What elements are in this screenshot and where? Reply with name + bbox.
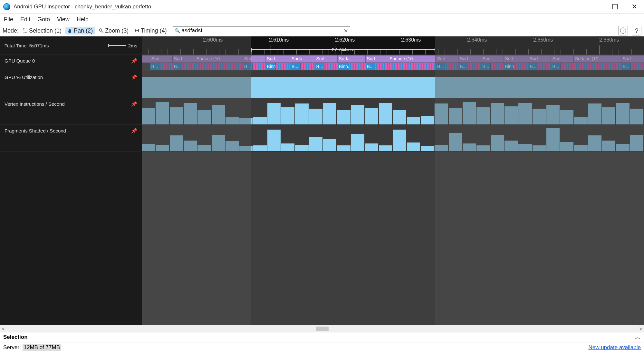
scroll-right-arrow[interactable]: > <box>639 326 642 331</box>
svg-point-1 <box>99 29 102 31</box>
gpu-surface-slice[interactable]: Surf... <box>243 55 265 63</box>
gpu-surface-slice[interactable]: Surf... <box>173 55 195 63</box>
update-available-link[interactable]: New update available <box>588 344 641 351</box>
gpu-render-stripes[interactable] <box>468 63 481 70</box>
gpu-render-stripes[interactable] <box>445 63 458 70</box>
gpu-binning-slice[interactable]: B... <box>551 63 560 70</box>
gpu-binning-slice[interactable]: Binn... <box>265 63 276 70</box>
track-fragments-label: Fragments Shaded / Second <box>5 128 66 133</box>
help-button[interactable]: ? <box>632 26 641 35</box>
gpu-surface-slice[interactable]: Surf... <box>504 55 529 63</box>
gpu-surface-slice[interactable]: Surfa... <box>290 55 315 63</box>
pin-icon[interactable]: 📌 <box>131 58 137 64</box>
clear-search-button[interactable]: ✕ <box>344 28 348 34</box>
gpu-render-stripes[interactable] <box>195 63 243 70</box>
gpu-binning-slice[interactable]: B... <box>366 63 375 70</box>
track-gpu-utilization[interactable]: GPU % Utilization 📌 <box>0 71 644 98</box>
mode-timing-button[interactable]: Timing (4) <box>132 27 168 34</box>
menu-edit[interactable]: Edit <box>19 15 32 24</box>
gpu-binning-slice[interactable]: B... <box>436 63 445 70</box>
gpu-render-stripes[interactable] <box>159 63 173 70</box>
chart-bar <box>197 110 211 124</box>
gpu-render-stripes[interactable] <box>388 63 436 70</box>
pin-icon[interactable]: 📌 <box>131 101 137 107</box>
empty-timeline-area[interactable] <box>0 152 644 325</box>
gpu-render-stripes[interactable] <box>349 63 365 70</box>
gpu-binning-slice[interactable]: B... <box>150 63 159 70</box>
gpu-binning-slice[interactable]: B... <box>173 63 182 70</box>
search-box[interactable]: 🔍 ✕ <box>173 26 350 35</box>
track-gpu-queue[interactable]: GPU Queue 0 📌 ...Surf...B...Surf...B...S… <box>0 55 644 71</box>
mode-pan-button[interactable]: Pan (2) <box>65 27 95 34</box>
gpu-surface-slice[interactable]: Surface (10... <box>574 55 621 63</box>
time-ruler[interactable]: Total Time: 5s071ms 2ms 27.744ms 2,600ms… <box>0 36 644 55</box>
menu-goto[interactable]: Goto <box>36 15 51 24</box>
gpu-render-stripes[interactable] <box>182 63 195 70</box>
gpu-render-stripes[interactable] <box>276 63 290 70</box>
mode-zoom-button[interactable]: Zoom (3) <box>97 27 130 34</box>
menu-view[interactable]: View <box>56 15 71 24</box>
selection-panel-header[interactable]: Selection ︿ <box>0 332 644 342</box>
pin-icon[interactable]: 📌 <box>131 74 137 80</box>
chart-bar <box>476 107 490 124</box>
info-button[interactable]: ⓘ <box>618 26 628 35</box>
gpu-binning-slice[interactable]: B... <box>458 63 468 70</box>
gpu-binning-slice[interactable]: Binn... <box>504 63 514 70</box>
window-minimize-button[interactable] <box>586 0 605 14</box>
timeline-view[interactable]: Total Time: 5s071ms 2ms 27.744ms 2,600ms… <box>0 36 644 325</box>
chart-bar <box>156 145 169 151</box>
gpu-surface-slice[interactable]: Surf... <box>315 55 338 63</box>
chart-bar <box>630 109 643 124</box>
gpu-surface-slice[interactable]: Surf... <box>481 55 504 63</box>
gpu-surface-slice[interactable]: Surf... <box>265 55 290 63</box>
gpu-binning-slice[interactable]: Binn... <box>338 63 349 70</box>
total-time-label: Total Time: 5s071ms <box>5 43 49 48</box>
gpu-binning-slice[interactable]: B... <box>290 63 301 70</box>
scroll-thumb[interactable] <box>316 327 329 331</box>
gpu-surface-slice[interactable]: ... <box>142 55 150 63</box>
server-label: Server: <box>3 344 21 350</box>
gpu-binning-slice[interactable]: B... <box>481 63 490 70</box>
gpu-surface-slice[interactable]: Surf... <box>150 55 173 63</box>
track-vertex-instructions[interactable]: Vertex Instructions / Second 📌 <box>0 98 644 125</box>
gpu-surface-slice[interactable]: Surface (10... <box>388 55 436 63</box>
track-fragments-shaded[interactable]: Fragments Shaded / Second 📌 <box>0 125 644 152</box>
search-input[interactable] <box>181 27 342 34</box>
gpu-surface-slice[interactable]: Surface (10... <box>195 55 243 63</box>
gpu-surface-slice[interactable]: Surf... <box>458 55 481 63</box>
gpu-render-stripes[interactable] <box>301 63 315 70</box>
menu-help[interactable]: Help <box>75 15 90 24</box>
chevron-up-icon[interactable]: ︿ <box>635 333 641 341</box>
gpu-render-stripes[interactable] <box>538 63 551 70</box>
horizontal-scrollbar[interactable]: < > <box>0 325 644 332</box>
gpu-surface-slice[interactable]: Surf... <box>551 55 573 63</box>
gpu-render-stripes[interactable] <box>253 63 266 70</box>
gpu-binning-slice[interactable]: B... <box>621 63 631 70</box>
menu-file[interactable]: File <box>3 15 14 24</box>
gpu-surface-slice[interactable]: Surf... <box>621 55 644 63</box>
gpu-surface-slice[interactable]: Surf... <box>528 55 551 63</box>
gpu-binning-slice[interactable]: B... <box>528 63 538 70</box>
pin-icon[interactable]: 📌 <box>131 128 137 134</box>
track-vertex-label: Vertex Instructions / Second <box>5 101 65 107</box>
gpu-binning-slice[interactable]: B... <box>315 63 324 70</box>
gpu-render-stripes[interactable] <box>324 63 338 70</box>
mode-selection-button[interactable]: Selection (1) <box>21 27 63 34</box>
gpu-render-stripes[interactable] <box>561 63 574 70</box>
chart-bar <box>602 107 615 124</box>
window-maximize-button[interactable] <box>605 0 625 14</box>
gpu-render-stripes[interactable] <box>574 63 621 70</box>
gpu-surface-slice[interactable]: Surfa... <box>338 55 366 63</box>
chart-bar <box>295 103 308 124</box>
chart-bar <box>239 118 253 124</box>
chart-bar <box>337 145 350 151</box>
gpu-render-stripes[interactable] <box>514 63 528 70</box>
gpu-binning-slice[interactable]: B... <box>243 63 252 70</box>
gpu-surface-slice[interactable]: Surf... <box>436 55 458 63</box>
scroll-left-arrow[interactable]: < <box>2 326 5 331</box>
gpu-surface-slice[interactable]: Surf... <box>366 55 388 63</box>
gpu-render-stripes[interactable] <box>491 63 504 70</box>
gpu-render-stripes[interactable] <box>375 63 388 70</box>
window-close-button[interactable]: ✕ <box>625 0 644 14</box>
gpu-render-stripes[interactable] <box>631 63 644 70</box>
